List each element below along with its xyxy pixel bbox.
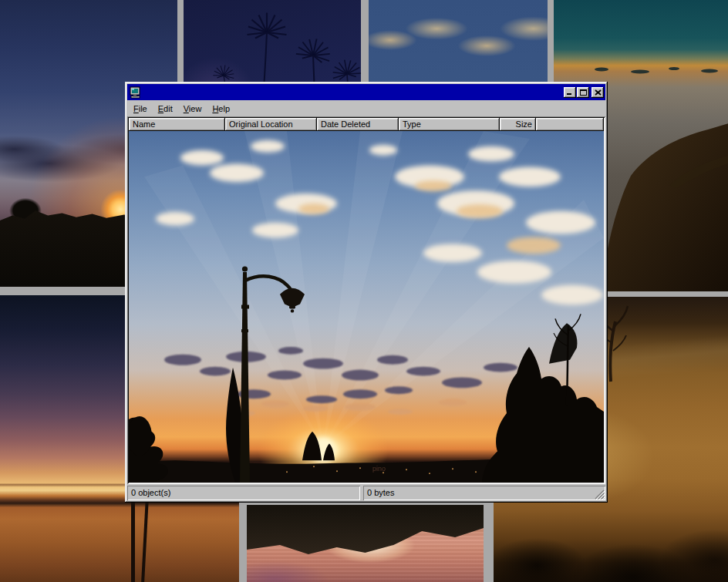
status-bar: 0 object(s) 0 bytes	[127, 486, 605, 500]
menu-edit[interactable]: Edit	[153, 102, 178, 116]
minimize-button[interactable]	[564, 87, 576, 98]
menu-file[interactable]: File	[128, 102, 153, 116]
close-button[interactable]	[592, 87, 604, 98]
photo-watermark: pino	[372, 465, 386, 473]
sunset-lamp-photo-illustration: pino	[129, 131, 604, 483]
water-pole-silhouette	[141, 494, 149, 582]
column-header-date-deleted[interactable]: Date Deleted	[317, 118, 399, 131]
tree-reflection-silhouette	[247, 505, 484, 582]
column-header-type[interactable]: Type	[399, 118, 500, 131]
list-area-sunset-wallpaper: pino	[129, 131, 604, 483]
menu-view[interactable]: View	[178, 102, 207, 116]
computer-icon	[129, 86, 141, 99]
title-bar[interactable]	[127, 84, 605, 100]
minimize-icon	[567, 89, 573, 95]
status-bytes-text: 0 bytes	[367, 488, 394, 497]
water-pole-silhouette	[131, 492, 135, 582]
menu-help[interactable]: Help	[207, 102, 235, 116]
maximize-button[interactable]	[577, 87, 589, 98]
status-object-count: 0 object(s)	[127, 486, 360, 500]
column-header-name[interactable]: Name	[129, 118, 225, 131]
resize-grip-icon[interactable]	[595, 489, 605, 500]
column-header-filler	[536, 118, 604, 131]
collage-photo-tree-reflection-water	[247, 505, 484, 582]
maximize-icon	[580, 89, 587, 96]
menu-bar: File Edit View Help	[127, 100, 605, 116]
desktop-photo-collage: File Edit View Help Name Original Locati…	[0, 0, 728, 582]
column-header-row: Name Original Location Date Deleted Type…	[129, 118, 604, 131]
column-header-size[interactable]: Size	[500, 118, 536, 131]
close-icon	[595, 89, 602, 96]
file-list-view: Name Original Location Date Deleted Type…	[127, 116, 605, 484]
column-header-original-location[interactable]: Original Location	[225, 118, 317, 131]
recycle-bin-window: File Edit View Help Name Original Locati…	[125, 82, 608, 503]
status-byte-count: 0 bytes	[363, 486, 605, 500]
